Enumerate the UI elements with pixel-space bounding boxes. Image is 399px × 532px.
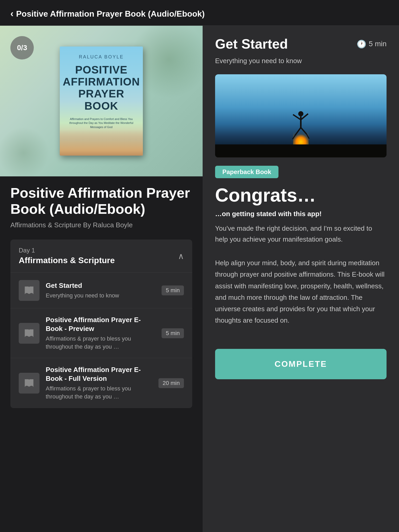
right-panel: Get Started 🕐 5 min Everything you need … (203, 26, 399, 532)
lesson-info: Positive Affirmation Prayer E-Book - Ful… (46, 365, 152, 401)
list-item[interactable]: Get Started Everything you need to know … (10, 272, 192, 308)
svg-line-7 (307, 134, 309, 139)
horizon-ground-decoration (215, 144, 387, 157)
jumping-person-icon (290, 111, 311, 142)
book-cover: RALUCA BOYLE POSITIVEAFFIRMATIONPRAYERBO… (60, 46, 143, 156)
lesson-duration: 5 min (162, 285, 184, 295)
book-cover-title: POSITIVEAFFIRMATIONPRAYERBOOK (63, 64, 140, 112)
day-header-text: Day 1 Affirmations & Scripture (19, 247, 115, 265)
list-item[interactable]: Positive Affirmation Prayer E-Book - Ful… (10, 358, 192, 408)
book-open-icon (24, 328, 34, 338)
complete-button[interactable]: COMPLETE (215, 349, 387, 379)
back-button[interactable]: ‹ Positive Affirmation Prayer Book (Audi… (10, 8, 205, 19)
lesson-info: Get Started Everything you need to know (46, 281, 155, 300)
header-title: Positive Affirmation Prayer Book (Audio/… (16, 9, 205, 19)
lesson-desc: Everything you need to know (46, 292, 155, 300)
svg-line-5 (301, 128, 307, 134)
svg-line-4 (295, 128, 301, 135)
book-hero: 0/3 RALUCA BOYLE POSITIVEAFFIRMATIONPRAY… (0, 26, 203, 176)
left-content: Positive Affirmation Prayer Book (Audio/… (0, 176, 203, 416)
day-section: Day 1 Affirmations & Scripture ∧ (10, 240, 192, 408)
back-chevron-icon: ‹ (10, 8, 14, 19)
lesson-duration: 20 min (158, 378, 184, 388)
book-author-line: Affirmations & Scripture By Raluca Boyle (10, 221, 192, 229)
clock-icon: 🕐 (357, 39, 366, 49)
body-text: Help align your mind, body, and spirit d… (215, 257, 387, 326)
book-open-icon (24, 378, 34, 388)
lesson-title: Positive Affirmation Prayer E-Book - Pre… (46, 316, 155, 333)
hero-image (215, 74, 387, 157)
progress-badge: 0/3 (10, 36, 34, 59)
day-header[interactable]: Day 1 Affirmations & Scripture ∧ (10, 240, 192, 272)
congrats-subtitle: …on getting stated with this app! (215, 210, 387, 218)
lesson-desc: Affirmations & prayer to bless you throu… (46, 335, 155, 351)
book-open-icon (24, 285, 34, 296)
section-title: Get Started (215, 36, 288, 52)
chevron-up-icon: ∧ (178, 251, 184, 261)
congrats-text: You've made the right decision, and I'm … (215, 223, 387, 245)
main-layout: 0/3 RALUCA BOYLE POSITIVEAFFIRMATIONPRAY… (0, 26, 399, 532)
lesson-icon-box (19, 373, 39, 394)
left-panel: 0/3 RALUCA BOYLE POSITIVEAFFIRMATIONPRAY… (0, 26, 203, 532)
lesson-desc: Affirmations & prayer to bless you throu… (46, 385, 152, 401)
book-main-title: Positive Affirmation Prayer Book (Audio/… (10, 185, 192, 217)
svg-point-0 (298, 111, 303, 116)
section-header: Get Started 🕐 5 min (215, 36, 387, 52)
time-value: 5 min (369, 40, 387, 48)
list-item[interactable]: Positive Affirmation Prayer E-Book - Pre… (10, 308, 192, 358)
lesson-title: Positive Affirmation Prayer E-Book - Ful… (46, 365, 152, 383)
lesson-duration: 5 min (162, 328, 184, 338)
lesson-icon-box (19, 280, 39, 301)
app-header: ‹ Positive Affirmation Prayer Book (Audi… (0, 0, 399, 26)
lesson-info: Positive Affirmation Prayer E-Book - Pre… (46, 316, 155, 351)
lesson-title: Get Started (46, 281, 155, 290)
tag-pill: Paperback Book (215, 166, 278, 178)
time-badge: 🕐 5 min (357, 39, 387, 49)
lesson-icon-box (19, 323, 39, 344)
person-silhouette (290, 111, 311, 142)
day-title: Affirmations & Scripture (19, 256, 115, 265)
book-wave-decoration (60, 130, 143, 156)
lesson-list: Get Started Everything you need to know … (10, 272, 192, 408)
congrats-title: Congrats… (215, 184, 387, 206)
book-cover-subtitle: Affirmation and Prayers to Comfort and B… (65, 117, 138, 129)
book-cover-author: RALUCA BOYLE (79, 54, 124, 60)
day-label: Day 1 (19, 247, 115, 254)
section-subtitle: Everything you need to know (215, 57, 387, 65)
svg-line-6 (292, 135, 295, 139)
